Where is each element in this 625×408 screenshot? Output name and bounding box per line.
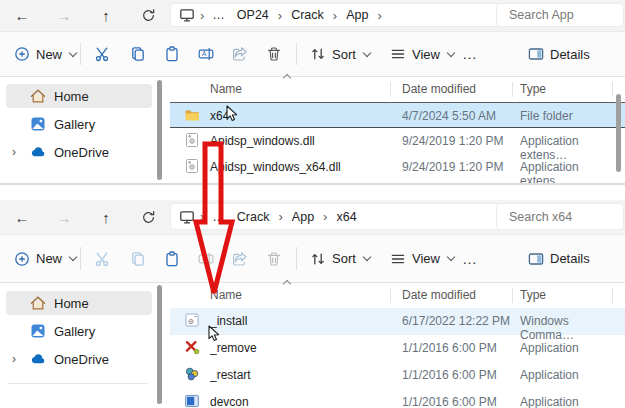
sidebar-item-home[interactable]: Home: [6, 291, 152, 315]
home-icon: [30, 88, 46, 104]
more-options-button[interactable]: …: [462, 251, 478, 267]
list-scrollbar[interactable]: [616, 94, 621, 172]
cut-button-disabled[interactable]: [94, 251, 110, 267]
restart-gears-icon: [184, 366, 200, 382]
sidebar-item-home[interactable]: Home: [6, 84, 152, 108]
file-row-remove[interactable]: _remove 1/1/2016 6:00 PM Application: [170, 335, 625, 362]
sort-button[interactable]: Sort: [310, 32, 370, 76]
details-pane-icon: [528, 46, 544, 62]
column-separator[interactable]: [612, 82, 613, 97]
breadcrumb-chevron: ›: [320, 209, 330, 224]
breadcrumb-ellipsis[interactable]: …: [207, 8, 231, 22]
share-icon: [232, 46, 248, 62]
file-row-devcon[interactable]: devcon 1/1/2016 6:00 PM Application: [170, 389, 625, 408]
column-separator[interactable]: [512, 288, 513, 303]
column-separator[interactable]: [390, 288, 391, 303]
column-separator[interactable]: [612, 288, 613, 303]
up-button[interactable]: ↑: [88, 0, 124, 31]
sidebar-scrollbar[interactable]: [157, 285, 162, 404]
chevron-right-icon[interactable]: ›: [12, 145, 16, 159]
home-icon: [30, 295, 46, 311]
search-box[interactable]: [496, 3, 624, 27]
back-button[interactable]: ←: [4, 200, 40, 234]
sidebar-item-gallery[interactable]: Gallery: [6, 112, 152, 136]
new-button[interactable]: New: [14, 235, 76, 282]
search-input[interactable]: [507, 209, 613, 225]
sidebar-scrollbar[interactable]: [157, 80, 162, 180]
rename-button[interactable]: A: [198, 46, 214, 62]
rename-button-disabled[interactable]: A: [198, 251, 214, 267]
this-pc-icon: [179, 209, 195, 225]
file-row-install[interactable]: _install 6/17/2022 12:22 PM Windows Comm…: [170, 308, 625, 335]
breadcrumb-item-crack[interactable]: Crack: [285, 8, 330, 22]
search-box[interactable]: [496, 203, 624, 230]
view-label: View: [412, 47, 440, 62]
forward-button[interactable]: →: [46, 0, 82, 31]
file-row-apidsp-windows-dll[interactable]: Apidsp_windows.dll 9/24/2019 1:20 PM App…: [170, 128, 625, 154]
toolbar-separator: [296, 43, 297, 65]
file-row-restart[interactable]: _restart 1/1/2016 6:00 PM Application: [170, 362, 625, 389]
sidebar-item-onedrive[interactable]: › OneDrive: [6, 347, 152, 371]
copy-icon: [130, 251, 146, 267]
file-row-x64[interactable]: x64 4/7/2024 5:50 AM File folder: [170, 102, 625, 128]
forward-button[interactable]: →: [46, 200, 82, 234]
share-button-disabled[interactable]: [232, 251, 248, 267]
chevron-right-icon[interactable]: ›: [12, 352, 16, 366]
breadcrumb-chevron: ›: [374, 8, 384, 23]
file-name: _remove: [210, 341, 257, 355]
breadcrumb-item-op24[interactable]: OP24: [231, 8, 275, 22]
breadcrumb-item-crack[interactable]: Crack: [231, 210, 276, 224]
delete-button[interactable]: [266, 46, 282, 62]
view-button[interactable]: View: [390, 32, 454, 76]
breadcrumb-chevron: ›: [197, 8, 207, 23]
cut-button[interactable]: [94, 46, 110, 62]
search-input[interactable]: [507, 7, 613, 23]
refresh-button[interactable]: [130, 200, 166, 234]
column-header-type[interactable]: Type: [520, 82, 546, 96]
sidebar-item-label: OneDrive: [54, 145, 109, 160]
paste-button[interactable]: [164, 251, 180, 267]
sidebar-item-onedrive[interactable]: › OneDrive: [6, 140, 152, 164]
column-header-date-modified[interactable]: Date modified: [402, 82, 476, 96]
plus-circle-icon: [14, 251, 30, 267]
paste-button[interactable]: [164, 46, 180, 62]
sidebar-item-label: Home: [54, 89, 89, 104]
breadcrumb-item-app[interactable]: App: [340, 8, 374, 22]
sort-icon: [310, 251, 326, 267]
mouse-cursor: [226, 105, 238, 122]
delete-button-disabled[interactable]: [266, 251, 282, 267]
refresh-button[interactable]: [130, 0, 166, 31]
column-header-name[interactable]: Name: [210, 82, 242, 96]
view-label: View: [412, 251, 440, 266]
sort-button[interactable]: Sort: [310, 235, 370, 282]
remove-x-icon: [184, 339, 200, 355]
back-button[interactable]: ←: [4, 0, 40, 31]
breadcrumb-item-app[interactable]: App: [286, 210, 320, 224]
view-button[interactable]: View: [390, 235, 454, 282]
column-header-date-modified[interactable]: Date modified: [402, 288, 476, 302]
refresh-icon: [141, 210, 156, 225]
column-header-name[interactable]: Name: [210, 288, 242, 302]
new-button[interactable]: New: [14, 32, 76, 76]
file-type: Application: [520, 341, 579, 355]
file-row-apidsp-windows-x64-dll[interactable]: Apidsp_windows_x64.dll 9/24/2019 1:20 PM…: [170, 154, 625, 180]
sidebar-item-label: Gallery: [54, 117, 95, 132]
share-button[interactable]: [232, 46, 248, 62]
more-options-button[interactable]: …: [462, 46, 478, 62]
trash-icon: [266, 46, 282, 62]
copy-button[interactable]: [130, 46, 146, 62]
details-button[interactable]: Details: [528, 32, 590, 76]
address-bar[interactable]: › … Crack › App › x64: [170, 203, 506, 230]
column-separator[interactable]: [390, 82, 391, 97]
column-separator[interactable]: [512, 82, 513, 97]
up-icon: ↑: [102, 7, 110, 24]
details-button[interactable]: Details: [528, 235, 590, 282]
up-button[interactable]: ↑: [88, 200, 124, 234]
copy-button-disabled[interactable]: [130, 251, 146, 267]
column-header-type[interactable]: Type: [520, 288, 546, 302]
chevron-down-icon: [447, 253, 455, 261]
breadcrumb-ellipsis[interactable]: …: [207, 210, 231, 224]
address-bar[interactable]: › … OP24 › Crack › App ›: [170, 3, 506, 27]
breadcrumb-item-x64[interactable]: x64: [330, 210, 362, 224]
sidebar-item-gallery[interactable]: Gallery: [6, 319, 152, 343]
